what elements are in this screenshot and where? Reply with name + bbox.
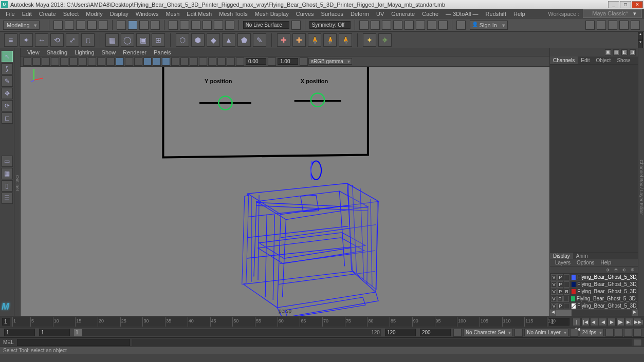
- menu-curves[interactable]: Curves: [292, 10, 318, 18]
- shelf-poly6-icon[interactable]: ✎: [253, 33, 266, 47]
- autokey-icon[interactable]: [605, 329, 614, 337]
- vp-grid-icon[interactable]: [69, 58, 78, 66]
- vp-xray2-icon[interactable]: [227, 58, 235, 66]
- step-fwd-key-icon[interactable]: ▶|: [625, 318, 633, 326]
- menu-display[interactable]: Display: [106, 10, 132, 18]
- snap-point-icon[interactable]: [191, 21, 200, 30]
- layer-up-icon[interactable]: ⬗: [606, 267, 611, 272]
- hypershade-icon[interactable]: [404, 21, 414, 30]
- layer-row[interactable]: VPFlying_Bear_Ghost_5_3D_Printer_: [550, 295, 638, 302]
- time-track[interactable]: 1510152025303540455055606570758085909510…: [12, 317, 547, 327]
- shelf-fx2-icon[interactable]: ✧: [378, 33, 392, 47]
- shelf-cross-icon[interactable]: ✚: [277, 33, 290, 47]
- layout-four[interactable]: ▦: [2, 168, 13, 179]
- right-edge-tab[interactable]: Channel Box / Layer Editor: [638, 48, 644, 316]
- animlayer-icon[interactable]: [570, 329, 578, 337]
- minimize-button[interactable]: _: [608, 1, 619, 8]
- menu-meshdisplay[interactable]: Mesh Display: [251, 10, 292, 18]
- vp-iso2-icon[interactable]: [199, 58, 207, 66]
- menu-3dtoall[interactable]: — 3DtoAll —: [442, 10, 482, 18]
- redo-icon[interactable]: [99, 21, 108, 30]
- layout-single[interactable]: ▭: [2, 156, 13, 167]
- layer-new-icon[interactable]: ⊕: [631, 267, 636, 272]
- cb-icon1[interactable]: ▣: [605, 49, 611, 55]
- range-out-field[interactable]: 120: [385, 329, 416, 336]
- menu-surfaces[interactable]: Surfaces: [318, 10, 347, 18]
- toggle-panel5-icon[interactable]: [631, 21, 640, 30]
- scale-tool[interactable]: ◻: [2, 112, 13, 124]
- viewport[interactable]: Y position X position: [21, 67, 549, 316]
- layer-down-icon[interactable]: ⬘: [614, 267, 619, 272]
- menu-edit[interactable]: Edit: [19, 10, 35, 18]
- range-loop-icon[interactable]: [453, 329, 462, 337]
- ipr-icon[interactable]: [382, 21, 391, 30]
- vp-gamma-icon[interactable]: [268, 58, 276, 66]
- panel-layout-icon[interactable]: [456, 21, 466, 30]
- vp-ao-icon[interactable]: [162, 58, 170, 66]
- select-tool[interactable]: ↖: [2, 51, 13, 62]
- paint-tool[interactable]: ✎: [2, 75, 13, 87]
- menu-file[interactable]: File: [2, 10, 19, 18]
- menu-redshift[interactable]: Redshift: [482, 10, 510, 18]
- step-back-key-icon[interactable]: |◀: [581, 318, 590, 326]
- menu-generate[interactable]: Generate: [388, 10, 418, 18]
- layer-row[interactable]: VPFlying_Bear_Ghost_5_3D_Printe: [550, 274, 638, 281]
- menu-uv[interactable]: UV: [373, 10, 388, 18]
- range-in-field[interactable]: 1: [39, 329, 70, 336]
- toggle-panel2-icon[interactable]: [597, 21, 606, 30]
- menu-modify[interactable]: Modify: [82, 10, 106, 18]
- paint-select-icon[interactable]: [139, 21, 149, 30]
- key-icon[interactable]: [633, 329, 641, 337]
- shelf-poly4-icon[interactable]: ▲: [222, 33, 235, 47]
- vp-panels[interactable]: Panels: [150, 48, 175, 56]
- step-fwd-icon[interactable]: |▶: [616, 318, 624, 326]
- layer-row[interactable]: VPFlying_Bear_Ghost_5_3D_Printe: [550, 281, 638, 288]
- cb-icon2[interactable]: ▤: [613, 49, 619, 55]
- menu-cache[interactable]: Cache: [418, 10, 442, 18]
- render-icon[interactable]: [371, 21, 380, 30]
- tab-anim[interactable]: Anim: [573, 253, 591, 259]
- cb-icon4[interactable]: ◨: [630, 49, 636, 55]
- maximize-button[interactable]: □: [620, 1, 631, 8]
- menu-windows[interactable]: Windows: [132, 10, 162, 18]
- shelf-scroll[interactable]: ▲▼: [638, 32, 643, 48]
- range-start-field[interactable]: 1: [4, 329, 35, 336]
- shelf-lattice-icon[interactable]: ⊞: [152, 33, 165, 47]
- time-start-field[interactable]: 1: [2, 318, 10, 326]
- tab-display[interactable]: Display: [550, 253, 573, 259]
- vp-motion-icon[interactable]: [180, 58, 189, 66]
- save-scene-icon[interactable]: [76, 21, 85, 30]
- lighteditor-icon[interactable]: [427, 21, 436, 30]
- fps-dropdown[interactable]: 24 fps: [580, 329, 604, 336]
- cmd-input[interactable]: [17, 339, 130, 346]
- vp-far-field[interactable]: 1.00: [278, 58, 298, 65]
- outliner-tab[interactable]: Outliner: [14, 48, 21, 316]
- vp-shade1-icon[interactable]: [97, 58, 105, 66]
- symmetry-field[interactable]: Symmetry: Off: [309, 21, 351, 29]
- range-end-field[interactable]: 200: [420, 329, 451, 336]
- vp-xray-icon[interactable]: [217, 58, 226, 66]
- menu-help[interactable]: Help: [510, 10, 529, 18]
- new-scene-icon[interactable]: [53, 21, 63, 30]
- vp-imgplane-icon[interactable]: [51, 58, 59, 66]
- tab-show[interactable]: Show: [614, 56, 633, 64]
- play-fwd-icon[interactable]: ▶: [608, 318, 616, 326]
- vp-shading[interactable]: Shading: [43, 48, 71, 56]
- toggle-panel1-icon[interactable]: [585, 21, 595, 30]
- shelf-char2-icon[interactable]: 🧍: [323, 33, 337, 47]
- live-surface-field[interactable]: No Live Surface: [243, 21, 289, 29]
- shelf-cross2-icon[interactable]: ✚: [292, 33, 306, 47]
- vp-gamma-dropdown[interactable]: sRGB gamma: [308, 58, 352, 65]
- vp-renderer[interactable]: Renderer: [119, 48, 150, 56]
- toggle-panel4-icon[interactable]: [619, 21, 629, 30]
- charset-dropdown[interactable]: No Character Set: [463, 329, 513, 336]
- snap-toggle-icon[interactable]: [225, 21, 234, 30]
- shelf-align-icon[interactable]: ⎍: [81, 33, 95, 47]
- pause-icon[interactable]: [438, 21, 448, 30]
- shelf-poly2-icon[interactable]: ⬢: [191, 33, 205, 47]
- renderview-icon[interactable]: [416, 21, 425, 30]
- shelf-tab-icon[interactable]: ≡: [4, 33, 17, 47]
- vp-expo-icon[interactable]: [236, 58, 244, 66]
- vp-shade2-icon[interactable]: [106, 58, 115, 66]
- vp-light-icon[interactable]: [143, 58, 152, 66]
